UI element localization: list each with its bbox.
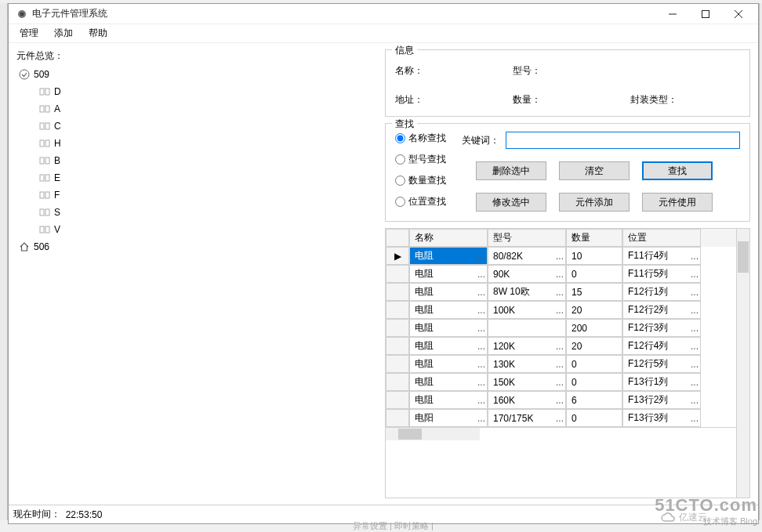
tree-view[interactable]: 509 DACHBEFSV 506 xyxy=(16,66,377,498)
grid-header-qty[interactable]: 数量 xyxy=(566,229,622,247)
cell-name[interactable]: 电阻... xyxy=(409,283,488,301)
cell-qty[interactable]: 0 xyxy=(566,265,622,283)
cell-model[interactable]: 130K... xyxy=(488,355,566,373)
data-grid[interactable]: 名称 型号 数量 位置 ▶电阻...80/82K...10F11行4列...电阻… xyxy=(385,228,750,498)
cell-model[interactable]: 120K... xyxy=(488,337,566,355)
row-header[interactable]: ▶ xyxy=(386,247,409,265)
cell-name[interactable]: 电阻... xyxy=(409,337,488,355)
row-header[interactable] xyxy=(386,409,409,427)
modify-selected-button[interactable]: 修改选中 xyxy=(476,193,546,212)
tree-leaf[interactable]: A xyxy=(16,100,377,118)
vscroll-thumb[interactable] xyxy=(738,241,749,273)
cell-qty[interactable]: 200 xyxy=(566,319,622,337)
table-row[interactable]: ▶电阻...80/82K...10F11行4列... xyxy=(386,247,736,265)
cell-model[interactable]: 8W 10欧... xyxy=(488,283,566,301)
tree-leaf[interactable]: B xyxy=(16,152,377,169)
cell-qty[interactable]: 0 xyxy=(566,373,622,391)
tree-leaf[interactable]: F xyxy=(16,186,377,204)
cell-qty[interactable]: 0 xyxy=(566,409,622,427)
cell-qty[interactable]: 6 xyxy=(566,391,622,409)
use-component-button[interactable]: 元件使用 xyxy=(642,193,713,212)
cell-name[interactable]: 电阻... xyxy=(409,391,488,409)
tree-leaf[interactable]: E xyxy=(16,169,377,186)
cell-loc[interactable]: F12行5列... xyxy=(622,355,701,373)
maximize-button[interactable] xyxy=(689,4,722,24)
table-row[interactable]: 电阻...100K...20F12行2列... xyxy=(386,301,736,319)
cell-model[interactable]: 150K... xyxy=(488,373,566,391)
keyword-input[interactable] xyxy=(506,132,740,149)
table-row[interactable]: 电阻...160K...6F13行2列... xyxy=(386,391,736,409)
cell-model[interactable] xyxy=(488,319,566,337)
row-header[interactable] xyxy=(386,319,409,337)
cell-model[interactable]: 80/82K... xyxy=(488,247,566,265)
cell-loc[interactable]: F12行4列... xyxy=(622,337,701,355)
cell-loc[interactable]: F13行1列... xyxy=(622,373,701,391)
tree-leaf[interactable]: S xyxy=(16,204,377,221)
cell-name[interactable]: 电阻... xyxy=(409,247,488,265)
cell-model[interactable]: 90K... xyxy=(488,265,566,283)
minimize-button[interactable] xyxy=(656,4,689,24)
cell-loc[interactable]: F11行5列... xyxy=(622,265,701,283)
grid-header-blank[interactable] xyxy=(386,229,409,247)
grid-header-model[interactable]: 型号 xyxy=(488,229,566,247)
tree-leaf[interactable]: C xyxy=(16,118,377,135)
cell-name[interactable]: 电阻... xyxy=(409,373,488,391)
cell-loc[interactable]: F13行2列... xyxy=(622,391,701,409)
row-header[interactable] xyxy=(386,355,409,373)
cell-qty[interactable]: 0 xyxy=(566,355,622,373)
cell-qty[interactable]: 10 xyxy=(566,247,622,265)
grid-header-name[interactable]: 名称 xyxy=(409,229,488,247)
cell-qty[interactable]: 15 xyxy=(566,283,622,301)
table-row[interactable]: 电阻...90K...0F11行5列... xyxy=(386,265,736,283)
radio-qty-search[interactable]: 数量查找 xyxy=(395,174,446,187)
vertical-scrollbar[interactable] xyxy=(736,229,749,498)
add-component-button[interactable]: 元件添加 xyxy=(559,193,630,212)
table-row[interactable]: 电阳...170/175K...0F13行3列... xyxy=(386,409,736,427)
table-row[interactable]: 电阻...120K...20F12行4列... xyxy=(386,337,736,355)
cell-name[interactable]: 电阻... xyxy=(409,319,488,337)
table-row[interactable]: 电阻...130K...0F12行5列... xyxy=(386,355,736,373)
titlebar[interactable]: 电子元件管理系统 xyxy=(9,4,758,24)
grid-header-loc[interactable]: 位置 xyxy=(622,229,701,247)
tree-leaf[interactable]: H xyxy=(16,135,377,152)
hscroll-thumb[interactable] xyxy=(398,429,422,440)
cell-loc[interactable]: F12行1列... xyxy=(622,283,701,301)
table-row[interactable]: 电阻...150K...0F13行1列... xyxy=(386,373,736,391)
table-row[interactable]: 电阻...200F12行3列... xyxy=(386,319,736,337)
cell-loc[interactable]: F12行2列... xyxy=(622,301,701,319)
tree-node-506[interactable]: 506 xyxy=(16,238,377,255)
tree-leaf[interactable]: D xyxy=(16,83,377,100)
radio-model-search[interactable]: 型号查找 xyxy=(395,153,446,166)
menu-add[interactable]: 添加 xyxy=(48,25,79,42)
menu-manage[interactable]: 管理 xyxy=(13,25,45,42)
cell-model[interactable]: 100K... xyxy=(488,301,566,319)
cell-model[interactable]: 160K... xyxy=(488,391,566,409)
horizontal-scrollbar[interactable] xyxy=(386,427,736,440)
cell-loc[interactable]: F12行3列... xyxy=(622,319,701,337)
tree-leaf[interactable]: V xyxy=(16,221,377,238)
radio-loc-search[interactable]: 位置查找 xyxy=(395,195,446,208)
menu-help[interactable]: 帮助 xyxy=(82,25,114,42)
tree-node-509[interactable]: 509 xyxy=(16,66,377,83)
cell-qty[interactable]: 20 xyxy=(566,337,622,355)
row-header[interactable] xyxy=(386,265,409,283)
cell-qty[interactable]: 20 xyxy=(566,301,622,319)
cell-model[interactable]: 170/175K... xyxy=(488,409,566,427)
table-row[interactable]: 电阻...8W 10欧...15F12行1列... xyxy=(386,283,736,301)
row-header[interactable] xyxy=(386,301,409,319)
row-header[interactable] xyxy=(386,337,409,355)
cell-name[interactable]: 电阳... xyxy=(409,409,488,427)
cell-name[interactable]: 电阻... xyxy=(409,301,488,319)
cell-loc[interactable]: F11行4列... xyxy=(622,247,701,265)
search-button[interactable]: 查找 xyxy=(642,161,713,180)
row-header[interactable] xyxy=(386,373,409,391)
cell-name[interactable]: 电阻... xyxy=(409,265,488,283)
delete-selected-button[interactable]: 删除选中 xyxy=(476,161,546,180)
row-header[interactable] xyxy=(386,283,409,301)
row-header[interactable] xyxy=(386,391,409,409)
clear-button[interactable]: 清空 xyxy=(559,161,630,180)
cell-loc[interactable]: F13行3列... xyxy=(622,409,701,427)
radio-name-search[interactable]: 名称查找 xyxy=(395,132,446,145)
cell-name[interactable]: 电阻... xyxy=(409,355,488,373)
close-button[interactable] xyxy=(722,4,755,24)
